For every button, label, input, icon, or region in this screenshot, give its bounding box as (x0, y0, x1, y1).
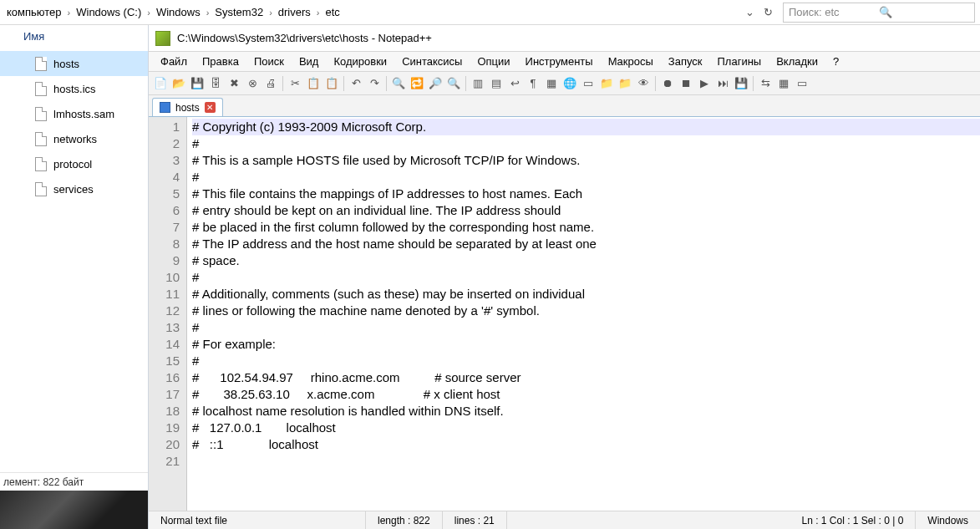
redo-icon[interactable]: ↷ (366, 75, 383, 92)
menu-item[interactable]: Макросы (602, 53, 660, 69)
refresh-icon[interactable]: ↻ (761, 6, 774, 19)
editor[interactable]: 123456789101112131415161718192021 # Copy… (149, 117, 980, 511)
code-line[interactable]: # (192, 169, 980, 186)
search-icon[interactable]: 🔍 (879, 6, 969, 18)
new-file-icon[interactable]: 📄 (152, 75, 169, 92)
monitor-icon[interactable]: 👁 (635, 75, 652, 92)
stop-macro-icon[interactable]: ⏹ (678, 75, 694, 92)
code-line[interactable]: # (192, 269, 980, 286)
compare-clear-icon[interactable]: ▭ (794, 75, 810, 92)
close-tab-icon[interactable]: ✕ (205, 102, 216, 113)
open-file-icon[interactable]: 📂 (170, 75, 187, 92)
file-item[interactable]: hosts (0, 51, 148, 76)
menu-item[interactable]: Поиск (247, 53, 291, 69)
menu-item[interactable]: Плагины (711, 53, 769, 69)
document-icon (35, 132, 47, 146)
menu-item[interactable]: ? (826, 53, 845, 69)
code-line[interactable]: # 102.54.94.97 rhino.acme.com # source s… (192, 369, 980, 386)
code-line[interactable]: # 127.0.0.1 localhost (192, 420, 980, 436)
close-all-icon[interactable]: ⊗ (244, 75, 261, 92)
line-number-gutter: 123456789101112131415161718192021 (149, 117, 187, 511)
close-file-icon[interactable]: ✖ (226, 75, 242, 92)
line-number: 1 (149, 119, 180, 135)
paste-icon[interactable]: 📋 (323, 75, 340, 92)
record-macro-icon[interactable]: ⏺ (659, 75, 676, 92)
code-line[interactable]: # lines or following the machine name de… (192, 303, 980, 319)
find-icon[interactable]: 🔍 (390, 75, 407, 92)
folder-icon[interactable]: 📁 (617, 75, 633, 92)
zoom-in-icon[interactable]: 🔎 (427, 75, 444, 92)
replace-icon[interactable]: 🔁 (409, 75, 425, 92)
show-all-chars-icon[interactable]: ¶ (525, 75, 541, 92)
search-input[interactable]: Поиск: etc 🔍 (783, 3, 975, 23)
code-line[interactable]: # be placed in the first column followed… (192, 219, 980, 236)
menu-item[interactable]: Опции (470, 53, 516, 69)
history-dropdown-icon[interactable]: ⌄ (743, 6, 756, 19)
window-titlebar[interactable]: C:\Windows\System32\drivers\etc\hosts - … (149, 25, 980, 52)
code-line[interactable]: # (192, 319, 980, 336)
code-line[interactable]: # ::1 localhost (192, 436, 980, 453)
chevron-right-icon: › (65, 8, 74, 18)
undo-icon[interactable]: ↶ (348, 75, 364, 92)
code-line[interactable]: # The IP address and the host name shoul… (192, 236, 980, 252)
code-line[interactable]: # 38.25.63.10 x.acme.com # x client host (192, 386, 980, 403)
print-icon[interactable]: 🖨 (262, 75, 279, 92)
breadcrumb-segment[interactable]: Windows (153, 6, 204, 18)
menu-item[interactable]: Инструменты (519, 53, 600, 69)
tab-hosts[interactable]: hosts ✕ (152, 98, 223, 116)
code-line[interactable]: # localhost name resolution is handled w… (192, 403, 980, 420)
doc-map-icon[interactable]: ▭ (580, 75, 597, 92)
breadcrumb-segment[interactable]: Windows (C:) (73, 6, 145, 18)
play-macro-icon[interactable]: ▶ (696, 75, 713, 92)
zoom-out-icon[interactable]: 🔍 (445, 75, 462, 92)
line-number: 4 (149, 169, 180, 186)
save-icon[interactable]: 💾 (189, 75, 206, 92)
save-macro-icon[interactable]: 💾 (733, 75, 749, 92)
play-multi-icon[interactable]: ⏭ (714, 75, 731, 92)
compare-nav-icon[interactable]: ▦ (775, 75, 792, 92)
breadcrumb-segment[interactable]: System32 (211, 6, 267, 18)
code-line[interactable]: # Copyright (c) 1993-2009 Microsoft Corp… (192, 119, 980, 135)
cut-icon[interactable]: ✂ (287, 75, 303, 92)
code-line[interactable]: # space. (192, 252, 980, 269)
code-line[interactable]: # For example: (192, 336, 980, 353)
menu-item[interactable]: Вкладки (769, 53, 825, 69)
sync-h-icon[interactable]: ▤ (488, 75, 505, 92)
breadcrumb-segment[interactable]: компьютер (3, 6, 65, 18)
save-all-icon[interactable]: 🗄 (207, 75, 224, 92)
code-area[interactable]: # Copyright (c) 1993-2009 Microsoft Corp… (187, 117, 980, 471)
file-item[interactable]: hosts.ics (0, 76, 148, 101)
code-line[interactable]: # entry should be kept on an individual … (192, 202, 980, 219)
code-line[interactable]: # This file contains the mappings of IP … (192, 186, 980, 202)
breadcrumb[interactable]: компьютер›Windows (C:)›Windows›System32›… (0, 6, 738, 18)
document-tabs: hosts ✕ (149, 95, 980, 117)
code-line[interactable] (192, 453, 980, 470)
func-list-icon[interactable]: 📁 (598, 75, 615, 92)
toolbar: 📄 📂 💾 🗄 ✖ ⊗ 🖨 ✂ 📋 📋 ↶ ↷ 🔍 🔁 🔎 🔍 ▥ ▤ ↩ ¶ … (149, 72, 980, 95)
file-item[interactable]: protocol (0, 151, 148, 176)
document-icon (35, 157, 47, 171)
menu-item[interactable]: Запуск (662, 53, 709, 69)
breadcrumb-segment[interactable]: drivers (275, 6, 314, 18)
menu-item[interactable]: Файл (154, 53, 194, 69)
code-line[interactable]: # (192, 135, 980, 152)
explorer-status: лемент: 822 байт (0, 472, 148, 491)
lang-icon[interactable]: 🌐 (561, 75, 578, 92)
code-line[interactable]: # This is a sample HOSTS file used by Mi… (192, 152, 980, 169)
menu-item[interactable]: Вид (292, 53, 326, 69)
menu-item[interactable]: Синтаксисы (395, 53, 469, 69)
file-item[interactable]: services (0, 176, 148, 201)
copy-icon[interactable]: 📋 (305, 75, 322, 92)
file-item[interactable]: lmhosts.sam (0, 101, 148, 126)
sync-v-icon[interactable]: ▥ (470, 75, 486, 92)
code-line[interactable]: # (192, 353, 980, 369)
menu-item[interactable]: Правка (195, 53, 246, 69)
indent-guide-icon[interactable]: ▦ (543, 75, 560, 92)
code-line[interactable]: # Additionally, comments (such as these)… (192, 286, 980, 303)
wrap-icon[interactable]: ↩ (506, 75, 523, 92)
compare-icon[interactable]: ⇆ (757, 75, 774, 92)
file-item[interactable]: networks (0, 126, 148, 151)
column-header-name[interactable]: Имя (0, 25, 148, 51)
breadcrumb-segment[interactable]: etc (322, 6, 343, 18)
menu-item[interactable]: Кодировки (327, 53, 394, 69)
